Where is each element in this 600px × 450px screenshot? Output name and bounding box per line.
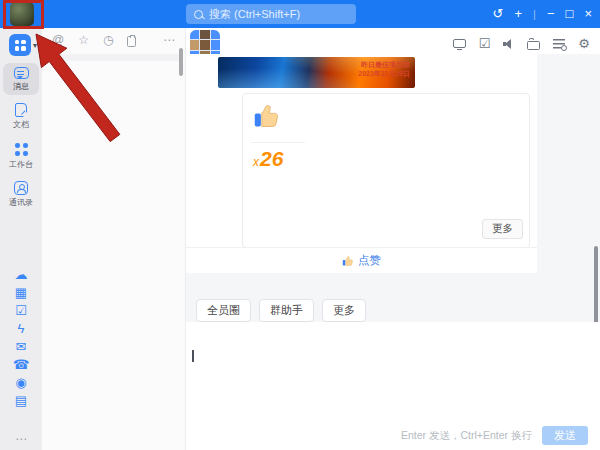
phone-icon[interactable]: ☎ (13, 358, 29, 372)
lightning-icon[interactable]: ϟ (18, 322, 25, 336)
list-scrollbar[interactable] (179, 48, 183, 76)
disc-icon[interactable]: ◉ (15, 376, 26, 390)
text-cursor (192, 350, 194, 362)
sidebar-item-contacts[interactable]: 通讯录 (3, 177, 39, 211)
search-icon (194, 10, 203, 19)
chat-panel: ☑ ⚙ 昨日最佳项目组 2021年11月29日 x26 (186, 28, 600, 450)
nav-label: 文档 (13, 119, 29, 130)
praise-message-bubble: 昨日最佳项目组 2021年11月29日 x26 更多 点赞 (186, 54, 537, 273)
list-placeholder (47, 54, 180, 61)
sidebar-item-workbench[interactable]: 工作台 (3, 137, 39, 173)
input-footer: Enter 发送，Ctrl+Enter 换行 发送 (401, 426, 588, 445)
workbench-icon (15, 143, 20, 148)
thumbs-up-emoji (253, 102, 281, 130)
maximize-button[interactable]: □ (566, 0, 574, 28)
send-button[interactable]: 发送 (542, 426, 588, 445)
announcement-icon[interactable] (503, 39, 514, 49)
search-history-icon[interactable] (553, 39, 565, 49)
minimize-button[interactable]: − (547, 0, 555, 28)
praise-card: x26 更多 (242, 93, 530, 248)
list-toolbar: @ ☆ ◷ ⋯ (42, 28, 185, 49)
sidebar-more-button[interactable]: ⋯ (0, 432, 42, 446)
new-chat-icon[interactable]: + (515, 0, 523, 28)
history-icon[interactable]: ↺ (493, 0, 504, 28)
clipboard-icon[interactable] (127, 36, 136, 47)
app-launcher-button[interactable] (9, 34, 31, 56)
chat-scrollbar[interactable] (594, 246, 598, 324)
calendar-icon[interactable]: ▦ (15, 286, 27, 300)
message-area: 昨日最佳项目组 2021年11月29日 x26 更多 点赞 (186, 54, 600, 322)
list-more-button[interactable]: ⋯ (163, 33, 175, 47)
tab-all-members[interactable]: 全员圈 (196, 299, 251, 322)
sidebar-item-messages[interactable]: 消息 (3, 63, 39, 95)
close-button[interactable]: × (584, 0, 592, 28)
mail-icon[interactable]: ✉ (16, 340, 27, 354)
titlebar: 搜索 (Ctrl+Shift+F) ↺ + | − □ × (0, 0, 600, 28)
tab-group-assistant[interactable]: 群助手 (259, 299, 314, 322)
annotation-box (3, 0, 44, 29)
sidebar-tools: ☁ ▦ ☑ ϟ ✉ ☎ ◉ ▤ (0, 268, 42, 408)
thumbs-up-small-icon (342, 255, 354, 267)
mention-icon[interactable]: @ (52, 33, 64, 47)
star-icon[interactable]: ☆ (78, 33, 89, 47)
search-placeholder: 搜索 (Ctrl+Shift+F) (209, 7, 300, 22)
nav-label: 消息 (13, 81, 29, 92)
chat-bubble-icon (14, 67, 29, 79)
clock-icon[interactable]: ◷ (103, 33, 113, 47)
more-button[interactable]: 更多 (482, 219, 523, 239)
sidebar-item-docs[interactable]: 文档 (3, 99, 39, 133)
like-label: 点赞 (358, 253, 381, 268)
gear-icon[interactable]: ⚙ (578, 36, 590, 51)
nav-label: 工作台 (9, 159, 33, 170)
chat-header-actions: ☑ ⚙ (453, 36, 590, 51)
task-icon[interactable]: ☑ (479, 36, 491, 51)
banner-image[interactable]: 昨日最佳项目组 2021年11月29日 (218, 57, 415, 88)
left-sidebar: ▾ 消息 文档 工作台 通讯录 ☁ ▦ ☑ ϟ ✉ (0, 28, 42, 450)
nav-label: 通讯录 (9, 197, 33, 208)
send-hint: Enter 发送，Ctrl+Enter 换行 (401, 429, 532, 443)
tab-more[interactable]: 更多 (322, 299, 366, 322)
app-window: 搜索 (Ctrl+Shift+F) ↺ + | − □ × ▾ 消息 (0, 0, 600, 450)
drawer-icon[interactable]: ▤ (15, 394, 27, 408)
praise-count: x26 (253, 147, 283, 171)
grid-icon (15, 40, 26, 51)
cloud-drive-icon[interactable]: ☁ (15, 268, 28, 282)
primary-nav: 消息 文档 工作台 通讯录 (0, 63, 42, 211)
like-action[interactable]: 点赞 (186, 247, 537, 273)
todo-icon[interactable]: ☑ (15, 304, 27, 318)
card-divider (251, 142, 305, 143)
document-icon (15, 103, 27, 117)
video-meeting-icon[interactable] (453, 39, 466, 48)
quick-tabs: 全员圈 群助手 更多 (196, 299, 366, 322)
chevron-down-icon[interactable]: ▾ (33, 41, 37, 50)
controls-divider: | (533, 0, 536, 28)
conversation-list-panel: @ ☆ ◷ ⋯ (42, 28, 186, 450)
contacts-icon (14, 181, 28, 195)
window-controls: ↺ + | − □ × (493, 0, 592, 28)
banner-caption: 昨日最佳项目组 2021年11月29日 (358, 61, 410, 78)
folder-icon[interactable] (527, 41, 540, 50)
global-search-input[interactable]: 搜索 (Ctrl+Shift+F) (186, 4, 356, 24)
